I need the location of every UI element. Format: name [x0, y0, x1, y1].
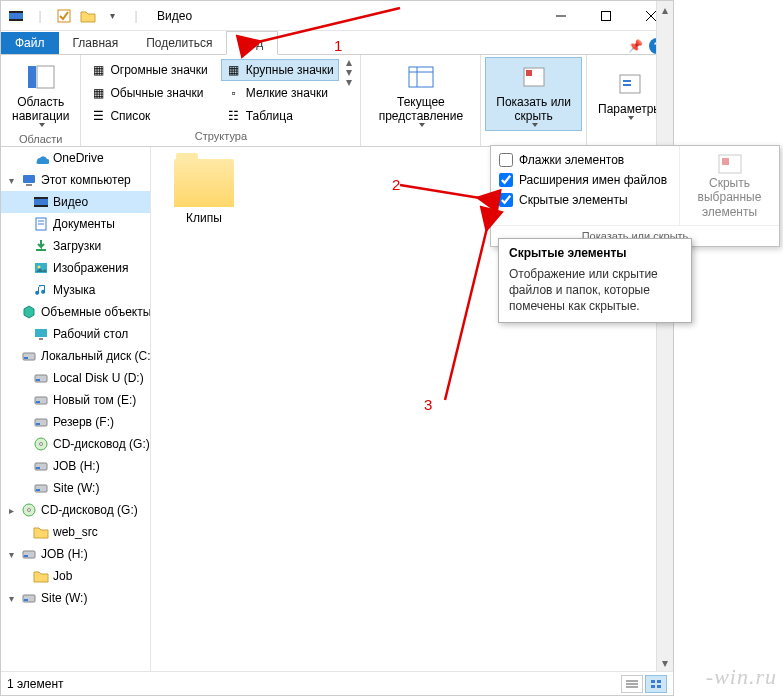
disk-icon	[33, 392, 49, 408]
tab-home[interactable]: Главная	[59, 32, 133, 54]
gallery-expand[interactable]: ▾	[343, 77, 355, 87]
tree-item-label: Объемные объекты	[41, 305, 151, 319]
app-icon	[5, 5, 27, 27]
folder-icon	[33, 524, 49, 540]
vertical-scrollbar[interactable]: ▴ ▾	[656, 1, 673, 671]
tree-item[interactable]: Local Disk U (D:)	[1, 367, 150, 389]
expand-icon[interactable]: ▸	[5, 505, 17, 516]
checkbox-row[interactable]: Расширения имен файлов	[499, 170, 671, 190]
disk-icon	[21, 590, 37, 606]
medium-icon: ▦	[90, 85, 106, 101]
svg-rect-10	[409, 67, 433, 87]
pictures-icon	[33, 260, 49, 276]
titlebar: | ▾ | Видео	[1, 1, 673, 31]
view-details-button[interactable]	[621, 675, 643, 693]
qat-checkbox-icon[interactable]	[53, 5, 75, 27]
options-label: Параметры	[598, 102, 662, 116]
tree-item[interactable]: Локальный диск (C:)	[1, 345, 150, 367]
tree-item[interactable]: CD-дисковод (G:)	[1, 433, 150, 455]
checkbox-row[interactable]: Флажки элементов	[499, 150, 671, 170]
tree-item[interactable]: ▸CD-дисковод (G:)	[1, 499, 150, 521]
tree-item[interactable]: Документы	[1, 213, 150, 235]
tree-item-label: Новый том (E:)	[53, 393, 136, 407]
large-icon: ▦	[226, 62, 242, 78]
svg-rect-58	[722, 158, 729, 165]
tree-item-label: CD-дисковод (G:)	[53, 437, 150, 451]
checkbox-row[interactable]: Скрытые элементы	[499, 190, 671, 210]
tree-item[interactable]: Рабочий стол	[1, 323, 150, 345]
svg-rect-29	[39, 338, 43, 340]
tree-item[interactable]: Музыка	[1, 279, 150, 301]
layout-large[interactable]: ▦Крупные значки	[221, 59, 339, 81]
checkbox[interactable]	[499, 153, 513, 167]
list-icon: ☰	[90, 108, 106, 124]
maximize-button[interactable]	[583, 1, 628, 31]
tree-item[interactable]: OneDrive	[1, 147, 150, 169]
tree-item[interactable]: JOB (H:)	[1, 455, 150, 477]
navigation-pane-button[interactable]: Область навигации	[5, 57, 76, 131]
tree-item[interactable]: ▾Этот компьютер	[1, 169, 150, 191]
navigation-pane-icon	[25, 61, 57, 93]
show-hide-icon	[518, 61, 550, 93]
layout-small[interactable]: ▫Мелкие значки	[221, 82, 339, 104]
tree-item[interactable]: Загрузки	[1, 235, 150, 257]
svg-rect-16	[623, 80, 631, 82]
layout-extra-large[interactable]: ▦Огромные значки	[85, 59, 212, 81]
tree-item[interactable]: ▾Site (W:)	[1, 587, 150, 609]
tree-item[interactable]: Job	[1, 565, 150, 587]
tree-item[interactable]: ▾JOB (H:)	[1, 543, 150, 565]
checkbox[interactable]	[499, 193, 513, 207]
view-large-icons-button[interactable]	[645, 675, 667, 693]
tree-item[interactable]: Изображения	[1, 257, 150, 279]
pin-icon[interactable]: 📌	[628, 39, 643, 53]
svg-rect-35	[36, 401, 40, 403]
qat-folder-icon[interactable]	[77, 5, 99, 27]
tree-item[interactable]: Резерв (F:)	[1, 411, 150, 433]
expand-icon[interactable]: ▾	[5, 175, 17, 186]
tab-view[interactable]: Вид	[226, 31, 278, 55]
tree-item[interactable]: web_src	[1, 521, 150, 543]
tree-item[interactable]: Site (W:)	[1, 477, 150, 499]
current-view-button[interactable]: Текущее представление	[365, 57, 476, 131]
expand-icon[interactable]: ▾	[5, 549, 17, 560]
tree-item-label: Локальный диск (C:)	[41, 349, 151, 363]
folder-item[interactable]: Клипы	[159, 155, 249, 229]
svg-rect-28	[35, 329, 47, 337]
svg-rect-2	[9, 19, 23, 21]
svg-rect-21	[34, 197, 48, 199]
tree-item-label: Видео	[53, 195, 88, 209]
expand-icon[interactable]: ▾	[5, 593, 17, 604]
svg-point-27	[38, 266, 41, 269]
checkbox[interactable]	[499, 173, 513, 187]
scroll-down-icon[interactable]: ▾	[657, 654, 673, 671]
minimize-button[interactable]	[538, 1, 583, 31]
navigation-tree[interactable]: OneDrive▾Этот компьютерВидеоДокументыЗаг…	[1, 147, 151, 671]
checkbox-label: Скрытые элементы	[519, 193, 628, 207]
cd-icon	[21, 502, 37, 518]
tree-item-label: web_src	[53, 525, 98, 539]
tree-item[interactable]: Объемные объекты	[1, 301, 150, 323]
tab-share[interactable]: Поделиться	[132, 32, 226, 54]
tree-item-label: Site (W:)	[53, 481, 99, 495]
hide-selected-label: Скрыть выбранные элементы	[686, 176, 773, 219]
tooltip-body: Отображение или скрытие файлов и папок, …	[509, 266, 681, 315]
tree-item[interactable]: Новый том (E:)	[1, 389, 150, 411]
layout-list[interactable]: ☰Список	[85, 105, 212, 127]
docs-icon	[33, 216, 49, 232]
tree-item-label: Этот компьютер	[41, 173, 131, 187]
layout-details[interactable]: ☷Таблица	[221, 105, 339, 127]
details-icon: ☷	[226, 108, 242, 124]
tree-item-label: Изображения	[53, 261, 128, 275]
show-hide-button[interactable]: Показать или скрыть	[485, 57, 582, 131]
svg-rect-47	[24, 555, 28, 557]
show-hide-label: Показать или скрыть	[492, 95, 575, 124]
tab-file[interactable]: Файл	[1, 32, 59, 54]
svg-rect-8	[28, 66, 36, 88]
cd-icon	[33, 436, 49, 452]
layout-medium[interactable]: ▦Обычные значки	[85, 82, 212, 104]
scroll-up-icon[interactable]: ▴	[657, 1, 673, 18]
qat-dropdown-icon[interactable]: ▾	[101, 5, 123, 27]
tree-item[interactable]: Видео	[1, 191, 150, 213]
svg-rect-49	[24, 599, 28, 601]
hide-selected-button[interactable]: Скрыть выбранные элементы	[679, 146, 779, 225]
